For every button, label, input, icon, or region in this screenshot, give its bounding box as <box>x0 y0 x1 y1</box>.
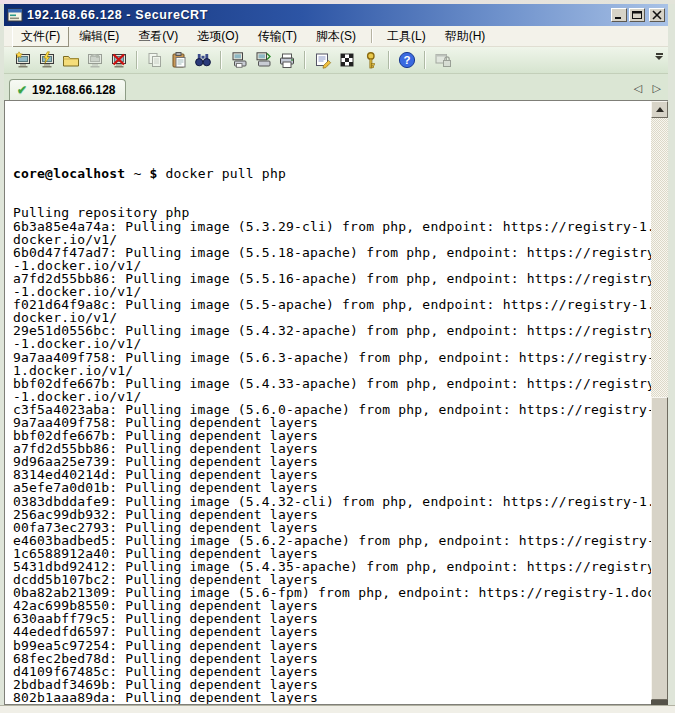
keymap-button[interactable] <box>335 49 359 72</box>
session-options-button[interactable] <box>311 49 335 72</box>
toolbar-separator <box>388 51 390 69</box>
connected-check-icon: ✔ <box>17 83 27 97</box>
menu-divider <box>371 29 373 43</box>
toolbar-separator <box>136 51 138 69</box>
toolbar-separator <box>220 51 222 69</box>
menu-bar: 文件(F)编辑(E)查看(V)选项(O)传输(T)脚本(S)工具(L)帮助(H) <box>4 26 668 47</box>
securecrt-window: { "window": { "title": "192.168.66.128 -… <box>0 0 675 713</box>
find-icon <box>194 51 212 69</box>
find-button[interactable] <box>191 49 215 72</box>
disconnect-button[interactable] <box>107 49 131 72</box>
titlebar[interactable]: 192.168.66.128 - SecureCRT <box>4 4 668 26</box>
tab-scroll-left-icon[interactable]: ◁ <box>634 83 642 93</box>
terminal-line: 256ac99db932: Pulling dependent layers <box>13 508 651 521</box>
menu-item-3[interactable]: 查看(V) <box>129 26 187 47</box>
tab-bar: ✔ 192.168.66.128 ◁ ▷ <box>4 74 668 100</box>
session-options-icon <box>314 51 332 69</box>
print-selection-button[interactable] <box>251 49 275 72</box>
scrollbar-up-button[interactable] <box>651 101 668 118</box>
terminal-line: docker.io/v1/ <box>13 233 651 246</box>
connect-icon <box>14 51 32 69</box>
svg-text:?: ? <box>403 54 410 66</box>
paste-icon <box>170 51 188 69</box>
print-button[interactable] <box>275 49 299 72</box>
scroll-up-arrow-icon <box>656 107 664 112</box>
terminal-line: -1.docker.io/v1/ <box>13 259 651 272</box>
toolbar-overflow-icon[interactable] <box>653 53 665 68</box>
menu-item-1[interactable]: 文件(F) <box>12 26 69 47</box>
reconnect-icon <box>86 51 104 69</box>
maximize-button[interactable] <box>629 8 645 22</box>
terminal-line: b99ea5c97254: Pulling dependent layers <box>13 639 651 652</box>
toolbar: ? <box>4 47 668 74</box>
terminal-line: Pulling repository php <box>13 206 651 219</box>
lock-button <box>431 49 455 72</box>
toolbar-separator <box>304 51 306 69</box>
terminal-line: 0383dbddafe9: Pulling image (5.4.32-cli)… <box>13 495 651 508</box>
print-screen-icon <box>230 51 248 69</box>
window-title: 192.168.66.128 - SecureCRT <box>27 8 609 22</box>
security-key-button[interactable] <box>359 49 383 72</box>
reconnect-button <box>83 49 107 72</box>
close-icon <box>651 10 663 20</box>
menu-item-2[interactable]: 编辑(E) <box>70 26 128 47</box>
quick-connect-button[interactable] <box>35 49 59 72</box>
terminal-line: 44ededfd6597: Pulling dependent layers <box>13 625 651 638</box>
disconnect-icon <box>110 51 128 69</box>
securecrt-app-icon <box>7 7 23 23</box>
menu-item-4[interactable]: 选项(O) <box>188 26 247 47</box>
terminal-line: 2bdbadf3469b: Pulling dependent layers <box>13 678 651 691</box>
terminal-line: c3f5a4023aba: Pulling image (5.6.0-apach… <box>13 403 651 416</box>
tab-scroll-right-icon[interactable]: ▷ <box>653 83 661 93</box>
minimize-button[interactable] <box>611 8 627 22</box>
print-screen-button[interactable] <box>227 49 251 72</box>
paste-button[interactable] <box>167 49 191 72</box>
connect-button[interactable] <box>11 49 35 72</box>
terminal-line: -1.docker.io/v1/ <box>13 337 651 350</box>
prompt-symbol: $ <box>149 166 165 181</box>
tab-label: 192.168.66.128 <box>32 83 115 97</box>
terminal-line: a5efe7a0d01b: Pulling dependent layers <box>13 481 651 494</box>
lock-icon <box>434 51 452 69</box>
help-icon: ? <box>398 51 416 69</box>
close-button[interactable] <box>649 8 665 22</box>
terminal-screen[interactable]: core@localhost ~ $ docker pull php Pulli… <box>4 100 651 705</box>
terminal-line: 1.docker.io/v1/ <box>13 364 651 377</box>
terminal-line: 6b0d47f47ad7: Pulling image (5.5.18-apac… <box>13 246 651 259</box>
prompt-user: core@localhost <box>13 166 125 181</box>
terminal-line: 68fec2bed78d: Pulling dependent layers <box>13 652 651 665</box>
tab-session[interactable]: ✔ 192.168.66.128 <box>9 79 126 100</box>
terminal-prompt-line: core@localhost ~ $ docker pull php <box>13 167 651 180</box>
window-frame-bottom <box>0 705 675 713</box>
terminal-line: 6b3a85e4a74a: Pulling image (5.3.29-cli)… <box>13 220 651 233</box>
menu-item-7[interactable]: 工具(L) <box>378 26 435 47</box>
terminal-line: -1.docker.io/v1/ <box>13 390 651 403</box>
prompt-cwd: ~ <box>125 166 149 181</box>
help-button[interactable]: ? <box>395 49 419 72</box>
security-key-icon <box>362 51 380 69</box>
menu-item-8[interactable]: 帮助(H) <box>436 26 495 47</box>
terminal-scrollbar[interactable] <box>651 100 668 705</box>
terminal-line: d4109f67485c: Pulling dependent layers <box>13 665 651 678</box>
terminal-line: 9a7aa409f758: Pulling image (5.6.3-apach… <box>13 351 651 364</box>
quick-connect-icon <box>38 51 56 69</box>
maximize-icon <box>631 10 643 20</box>
session-tabs-icon <box>62 51 80 69</box>
terminal-line: e4603badbed5: Pulling image (5.6.2-apach… <box>13 534 651 547</box>
command-text: docker pull php <box>166 166 286 181</box>
keymap-icon <box>338 51 356 69</box>
print-selection-icon <box>254 51 272 69</box>
copy-button <box>143 49 167 72</box>
session-tabs-button[interactable] <box>59 49 83 72</box>
menu-item-6[interactable]: 脚本(S) <box>307 26 365 47</box>
terminal-line: 00fa73ec2793: Pulling dependent layers <box>13 521 651 534</box>
minimize-icon <box>613 10 625 20</box>
toolbar-separator <box>424 51 426 69</box>
print-icon <box>278 51 296 69</box>
scrollbar-thumb[interactable] <box>651 397 668 700</box>
terminal-line: bbf02dfe667b: Pulling image (5.4.33-apac… <box>13 377 651 390</box>
menu-item-5[interactable]: 传输(T) <box>249 26 306 47</box>
copy-icon <box>146 51 164 69</box>
